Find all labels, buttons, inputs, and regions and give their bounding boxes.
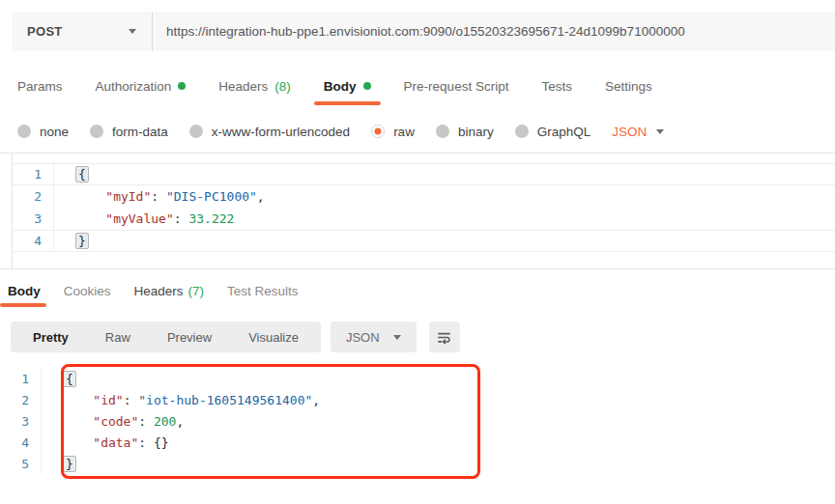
request-body-editor[interactable]: 1 { 2 "myId": "DIS-PC1000", 3 "myValue":… <box>12 154 835 268</box>
green-dot-icon <box>178 82 186 90</box>
tab-label: Body <box>8 284 41 298</box>
matched-bracket: { <box>63 371 76 387</box>
bodytype-binary[interactable]: binary <box>436 125 494 139</box>
tab-label: Tests <box>541 79 572 94</box>
line-number: 4 <box>0 435 41 450</box>
chevron-down-icon <box>656 129 664 134</box>
tab-label: Headers <box>218 79 268 94</box>
tab-body[interactable]: Body <box>324 67 371 105</box>
code-text: } <box>53 231 835 251</box>
wrap-lines-button[interactable] <box>429 322 460 352</box>
view-mode-pretty[interactable]: Pretty <box>14 322 87 352</box>
chevron-down-icon <box>129 29 136 34</box>
code-line[interactable]: 1 { <box>13 163 835 185</box>
matched-bracket: } <box>63 456 76 472</box>
code-text: "data": {} <box>41 432 835 453</box>
request-response-divider <box>0 268 835 269</box>
tab-label: Cookies <box>64 284 111 298</box>
line-number: 1 <box>13 167 53 182</box>
response-section: Body Cookies Headers (7) Test Results Pr… <box>0 275 835 474</box>
bodytype-label: form-data <box>112 125 168 139</box>
tab-tests[interactable]: Tests <box>541 67 572 105</box>
language-label: JSON <box>612 125 647 139</box>
bodytype-label: binary <box>458 125 494 139</box>
code-text: { <box>41 368 835 389</box>
line-number: 2 <box>0 393 41 407</box>
bodytype-label: GraphQL <box>537 125 591 139</box>
format-label: JSON <box>346 330 380 345</box>
code-line[interactable]: 2 "myId": "DIS-PC1000", <box>13 185 835 208</box>
chevron-down-icon <box>393 335 401 340</box>
response-tab-headers[interactable]: Headers (7) <box>134 275 205 307</box>
code-line: 3 "code": 200, <box>0 410 835 432</box>
response-tab-cookies[interactable]: Cookies <box>64 275 111 307</box>
request-url-bar: POST https://integration-hub-ppe1.envisi… <box>12 12 835 51</box>
postman-request-view: POST https://integration-hub-ppe1.envisi… <box>0 12 835 474</box>
tab-label: Pre-request Script <box>404 79 509 94</box>
tab-headers[interactable]: Headers (8) <box>218 67 291 105</box>
line-number: 3 <box>13 211 53 226</box>
active-tab-underline <box>0 303 46 307</box>
code-line: 2 "id": "iot-hub-1605149561400", <box>0 389 835 410</box>
radio-icon <box>90 125 103 138</box>
tab-settings[interactable]: Settings <box>605 67 652 105</box>
tab-label: Settings <box>605 79 652 94</box>
matched-bracket: { <box>75 166 89 182</box>
line-number: 5 <box>0 457 41 471</box>
response-tabs: Body Cookies Headers (7) Test Results <box>0 275 835 307</box>
response-tab-body[interactable]: Body <box>8 275 41 307</box>
code-text: } <box>41 453 835 474</box>
code-line[interactable]: 3 "myValue": 33.222 <box>13 208 835 230</box>
green-dot-icon <box>363 82 371 90</box>
wrap-lines-icon <box>436 329 452 346</box>
tab-count: (7) <box>188 284 205 298</box>
url-input[interactable]: https://integration-hub-ppe1.envisioniot… <box>153 12 835 51</box>
code-line: 5 } <box>0 453 835 474</box>
bodytype-raw[interactable]: raw <box>371 125 415 139</box>
tab-label: Headers <box>134 284 184 298</box>
view-mode-visualize[interactable]: Visualize <box>230 322 317 352</box>
line-number: 4 <box>13 234 53 248</box>
response-toolbar: Pretty Raw Preview Visualize JSON <box>0 322 835 352</box>
view-mode-switcher: Pretty Raw Preview Visualize <box>11 322 321 352</box>
response-body-viewer: 1 { 2 "id": "iot-hub-1605149561400", 3 "… <box>0 364 835 474</box>
code-line: 1 { <box>0 368 835 389</box>
bodytype-x-www-form-urlencoded[interactable]: x-www-form-urlencoded <box>189 125 350 139</box>
view-mode-raw[interactable]: Raw <box>87 322 149 352</box>
radio-selected-icon <box>371 125 385 138</box>
tab-count: (8) <box>274 79 291 94</box>
line-number: 3 <box>0 414 41 429</box>
radio-icon <box>515 125 529 138</box>
code-line[interactable]: 4 } <box>13 230 835 252</box>
code-line: 4 "data": {} <box>0 432 835 453</box>
active-tab-underline <box>314 101 381 105</box>
code-text: "code": 200, <box>41 410 835 432</box>
tab-pre-request-script[interactable]: Pre-request Script <box>404 67 509 105</box>
view-mode-preview[interactable]: Preview <box>149 322 230 352</box>
response-format-dropdown[interactable]: JSON <box>331 322 417 352</box>
method-dropdown[interactable]: POST <box>12 12 152 51</box>
bodytype-graphql[interactable]: GraphQL <box>515 125 591 139</box>
line-number: 2 <box>13 189 53 204</box>
bodytype-label: raw <box>393 125 415 139</box>
line-number: 1 <box>0 372 41 386</box>
language-dropdown[interactable]: JSON <box>612 125 664 139</box>
response-tab-test-results[interactable]: Test Results <box>227 275 299 307</box>
matched-bracket: } <box>75 233 89 249</box>
tab-label: Body <box>324 79 357 94</box>
tab-label: Params <box>17 79 63 94</box>
bodytype-form-data[interactable]: form-data <box>90 125 168 139</box>
tab-authorization[interactable]: Authorization <box>96 67 187 105</box>
bodytype-label: x-www-form-urlencoded <box>212 125 350 139</box>
tab-label: Test Results <box>227 284 299 298</box>
code-text: { <box>53 164 835 184</box>
radio-icon <box>17 125 31 138</box>
tab-params[interactable]: Params <box>17 67 63 105</box>
method-label: POST <box>27 24 63 39</box>
bodytype-label: none <box>40 125 69 139</box>
tab-label: Authorization <box>96 79 172 94</box>
bodytype-none[interactable]: none <box>17 125 69 139</box>
code-text: "myValue": 33.222 <box>53 208 835 230</box>
request-tabs: Params Authorization Headers (8) Body Pr… <box>0 67 835 105</box>
code-text: "myId": "DIS-PC1000", <box>53 185 835 208</box>
